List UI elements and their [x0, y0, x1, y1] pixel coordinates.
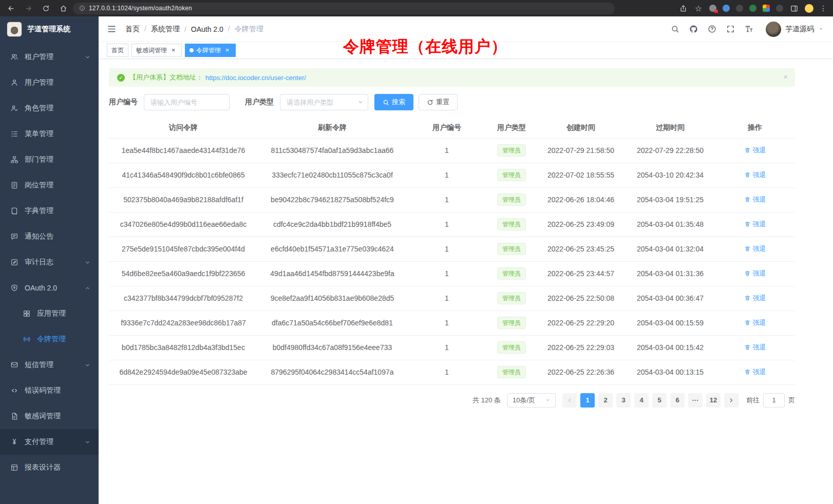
sidebar-item-error-code[interactable]: 错误码管理 [0, 378, 99, 403]
force-logout-button[interactable]: 强退 [744, 367, 766, 377]
close-icon[interactable]: × [223, 47, 231, 54]
breadcrumb-system[interactable]: 系统管理 [140, 25, 180, 34]
page-number-button[interactable]: 2 [598, 393, 613, 408]
prev-page-button[interactable] [562, 393, 577, 408]
site-info-icon[interactable] [79, 5, 85, 11]
user-type-select[interactable] [280, 94, 368, 110]
page-number-button[interactable]: 4 [634, 393, 649, 408]
cell-access-token: 6d842e2924594de9a09e45e087323abe [109, 360, 258, 384]
cell-actions: 强退 [715, 187, 795, 212]
app-logo-area[interactable]: 芋道管理系统 [0, 16, 99, 42]
sidebar-item-oauth[interactable]: OAuth 2.0 [0, 275, 99, 301]
sidebar-item-oauth-token[interactable]: 令牌管理 [0, 326, 99, 352]
side-panel-icon[interactable] [789, 4, 799, 13]
forward-icon[interactable] [24, 4, 33, 13]
sidebar-item-role[interactable]: 角色管理 [0, 95, 99, 121]
sidebar-item-report-designer[interactable]: 报表设计器 [0, 455, 99, 480]
page-number-button[interactable]: ··· [688, 393, 703, 408]
cell-user-id: 1 [407, 261, 487, 286]
sidebar-item-oauth-app[interactable]: 应用管理 [0, 301, 99, 326]
sidebar-item-menu[interactable]: 菜单管理 [0, 121, 99, 147]
sidebar-item-pay[interactable]: 支付管理 [0, 429, 99, 455]
extension-icon-red-badge[interactable] [709, 5, 716, 12]
cell-user-type: 管理员 [487, 138, 536, 163]
sidebar-item-tenant[interactable]: 租户管理 [0, 44, 99, 70]
cell-refresh-token: 811c530487574fa0af1a59d3abc1aa66 [258, 138, 407, 163]
extension-icon-dark[interactable] [736, 5, 743, 12]
sidebar-item-sensitive-word[interactable]: 敏感词管理 [0, 403, 99, 429]
sidebar-item-notice[interactable]: 通知公告 [0, 224, 99, 249]
help-icon[interactable] [707, 24, 717, 34]
extension-icon-green[interactable] [749, 5, 756, 12]
cell-expire-time: 2054-03-04 00:15:42 [626, 335, 715, 360]
sidebar-item-dict[interactable]: 字典管理 [0, 198, 99, 224]
force-logout-button[interactable]: 强退 [744, 343, 766, 352]
user-id-input[interactable] [144, 94, 230, 110]
sidebar-item-audit-log[interactable]: 审计日志 [0, 249, 99, 275]
force-logout-button[interactable]: 强退 [744, 269, 766, 278]
edit-square-icon [10, 258, 18, 266]
bookmark-star-icon[interactable]: ☆ [694, 4, 703, 13]
font-size-icon[interactable] [744, 24, 754, 34]
force-logout-button[interactable]: 强退 [744, 170, 766, 180]
doc-link[interactable]: https://doc.iocoder.cn/user-center/ [205, 74, 306, 82]
github-icon[interactable] [689, 24, 698, 34]
table-row: f9336e7c7dd242a283ee98dc86b17a87 dfa6c71… [109, 311, 795, 335]
sidebar-item-sms[interactable]: 短信管理 [0, 352, 99, 378]
reset-button[interactable]: 重置 [419, 94, 458, 110]
hamburger-icon[interactable] [107, 24, 117, 34]
user-type-input[interactable] [280, 94, 368, 110]
page-number-button[interactable]: 1 [580, 393, 595, 408]
delete-icon [744, 270, 751, 277]
reload-icon[interactable] [41, 4, 50, 13]
delete-icon [744, 245, 751, 252]
page-number-button[interactable]: 5 [652, 393, 667, 408]
search-icon[interactable] [670, 24, 680, 34]
force-logout-button[interactable]: 强退 [744, 146, 766, 155]
breadcrumb-home[interactable]: 首页 [125, 25, 140, 34]
cell-expire-time: 2054-03-04 19:51:25 [626, 187, 715, 212]
sidebar-item-user[interactable]: 用户管理 [0, 70, 99, 95]
tab-token[interactable]: 令牌管理× [185, 44, 236, 57]
tab-sensitive-word[interactable]: 敏感词管理× [131, 44, 182, 57]
page-size-select[interactable]: 10条/页 [507, 393, 556, 408]
page-number-button[interactable]: 3 [616, 393, 631, 408]
tab-home[interactable]: 首页 [107, 44, 128, 57]
address-bar[interactable]: 127.0.0.1:1024/system/oauth2/token [73, 3, 615, 14]
delete-icon [744, 196, 751, 203]
user-menu[interactable]: 芋道源码 [766, 22, 824, 37]
back-icon[interactable] [6, 4, 15, 13]
browser-menu-icon[interactable]: ⋮ [820, 4, 827, 12]
alert-close-icon[interactable]: × [783, 73, 788, 81]
force-logout-button[interactable]: 强退 [744, 318, 766, 327]
extensions-puzzle-icon[interactable] [763, 5, 770, 12]
success-check-icon: ✓ [117, 74, 125, 82]
fullscreen-icon[interactable] [726, 24, 735, 34]
search-button[interactable]: 搜索 [374, 94, 413, 110]
home-icon[interactable] [59, 4, 68, 13]
sidebar: 芋道管理系统 租户管理 用户管理 角色管理 菜单管理 部 [0, 16, 99, 504]
browser-profile-avatar[interactable] [805, 4, 813, 13]
extension-icon-dark-2[interactable] [776, 5, 783, 12]
sidebar-item-post[interactable]: 岗位管理 [0, 172, 99, 198]
page-number-button[interactable]: 12 [706, 393, 721, 408]
force-logout-button[interactable]: 强退 [744, 244, 766, 254]
breadcrumb-oauth[interactable]: OAuth 2.0 [180, 25, 223, 33]
cell-actions: 强退 [715, 163, 795, 187]
sidebar-item-dept[interactable]: 部门管理 [0, 147, 99, 172]
col-access-token: 访问令牌 [109, 118, 258, 138]
close-icon[interactable]: × [169, 47, 177, 54]
next-page-button[interactable] [724, 393, 739, 408]
page-number-button[interactable]: 6 [670, 393, 685, 408]
cell-expire-time: 2054-03-04 00:15:59 [626, 311, 715, 335]
share-icon[interactable] [678, 4, 688, 13]
force-logout-button[interactable]: 强退 [744, 220, 766, 229]
table-row: 1ea5e44f8bc1467aaede43144f31de76 811c530… [109, 138, 795, 163]
force-logout-button[interactable]: 强退 [744, 195, 766, 204]
cell-user-id: 1 [407, 138, 487, 163]
force-logout-button[interactable]: 强退 [744, 294, 766, 303]
goto-page-input[interactable] [763, 393, 785, 408]
cell-user-type: 管理员 [487, 311, 536, 335]
extension-icon-blue[interactable] [723, 5, 730, 12]
user-type-badge: 管理员 [497, 317, 526, 329]
